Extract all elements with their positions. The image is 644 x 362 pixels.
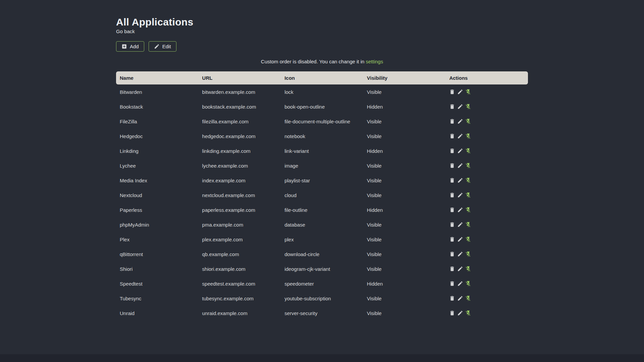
pin-off-icon[interactable] <box>465 163 471 169</box>
app-icon-cell: book-open-outline <box>281 104 363 110</box>
delete-icon[interactable] <box>449 192 455 198</box>
app-name-cell: Bookstack <box>116 104 199 110</box>
pencil-icon[interactable] <box>457 133 463 139</box>
go-back-link[interactable]: Go back <box>116 28 135 35</box>
app-visibility-cell: Hidden <box>363 104 446 110</box>
pin-off-icon[interactable] <box>465 310 471 316</box>
pin-off-icon[interactable] <box>465 207 471 213</box>
app-url-cell: plex.example.com <box>199 237 281 242</box>
pencil-icon[interactable] <box>457 148 463 154</box>
app-icon-cell: file-outline <box>281 207 363 213</box>
delete-icon[interactable] <box>449 236 455 242</box>
delete-icon[interactable] <box>449 281 455 287</box>
app-url-cell: speedtest.example.com <box>199 281 281 287</box>
delete-icon[interactable] <box>449 310 455 316</box>
delete-icon[interactable] <box>449 148 455 154</box>
pin-off-icon[interactable] <box>465 295 471 301</box>
table-row: Bitwarden bitwarden.example.com lock Vis… <box>116 84 528 99</box>
delete-icon[interactable] <box>449 118 455 124</box>
delete-icon[interactable] <box>449 251 455 257</box>
table-row: FileZilla filezilla.example.com file-doc… <box>116 114 528 129</box>
notice-text: Custom order is disabled. You can change… <box>261 59 365 64</box>
pin-off-icon[interactable] <box>465 281 471 287</box>
toolbar: Add Edit <box>116 41 528 52</box>
delete-icon[interactable] <box>449 133 455 139</box>
app-actions-cell <box>445 133 528 139</box>
delete-icon[interactable] <box>449 163 455 169</box>
pencil-icon[interactable] <box>457 281 463 287</box>
pin-off-icon[interactable] <box>465 177 471 183</box>
table-row: Linkding linkding.example.com link-varia… <box>116 143 528 158</box>
app-icon-cell: youtube-subscription <box>281 296 363 301</box>
delete-icon[interactable] <box>449 266 455 272</box>
app-name-cell: Speedtest <box>116 281 199 287</box>
pin-off-icon[interactable] <box>465 222 471 228</box>
pin-off-icon[interactable] <box>465 118 471 124</box>
pencil-icon[interactable] <box>457 266 463 272</box>
pencil-icon[interactable] <box>457 104 463 110</box>
pin-off-icon[interactable] <box>465 192 471 198</box>
app-actions-cell <box>445 295 528 301</box>
app-actions-cell <box>445 118 528 124</box>
app-icon-cell: ideogram-cjk-variant <box>281 266 363 272</box>
pencil-icon[interactable] <box>457 192 463 198</box>
pencil-icon[interactable] <box>457 177 463 183</box>
app-icon-cell: file-document-multiple-outline <box>281 119 363 124</box>
app-name-cell: Media Index <box>116 178 199 183</box>
table-row: Shiori shiori.example.com ideogram-cjk-v… <box>116 261 528 276</box>
table-row: Tubesync tubesync.example.com youtube-su… <box>116 291 528 306</box>
pencil-icon[interactable] <box>457 295 463 301</box>
pencil-icon[interactable] <box>457 236 463 242</box>
app-actions-cell <box>445 104 528 110</box>
add-button-label: Add <box>130 44 139 49</box>
pencil-icon[interactable] <box>457 163 463 169</box>
pin-off-icon[interactable] <box>465 148 471 154</box>
add-button[interactable]: Add <box>116 41 144 52</box>
delete-icon[interactable] <box>449 89 455 95</box>
custom-order-notice: Custom order is disabled. You can change… <box>116 59 528 65</box>
app-icon-cell: plex <box>281 237 363 242</box>
app-actions-cell <box>445 310 528 316</box>
app-icon-cell: speedometer <box>281 281 363 287</box>
pin-off-icon[interactable] <box>465 251 471 257</box>
edit-button-label: Edit <box>162 44 171 49</box>
pin-off-icon[interactable] <box>465 104 471 110</box>
pencil-icon[interactable] <box>457 118 463 124</box>
pencil-icon[interactable] <box>457 222 463 228</box>
app-actions-cell <box>445 192 528 198</box>
app-actions-cell <box>445 236 528 242</box>
pencil-icon[interactable] <box>457 89 463 95</box>
pencil-icon[interactable] <box>457 207 463 213</box>
app-icon-cell: image <box>281 163 363 169</box>
app-visibility-cell: Hidden <box>363 281 446 287</box>
app-name-cell: FileZilla <box>116 119 199 124</box>
plus-box-icon <box>121 44 127 49</box>
app-name-cell: Plex <box>116 237 199 242</box>
app-visibility-cell: Visible <box>363 119 446 124</box>
table-row: Hedgedoc hedgedoc.example.com notebook V… <box>116 129 528 143</box>
delete-icon[interactable] <box>449 295 455 301</box>
pin-off-icon[interactable] <box>465 89 471 95</box>
pin-off-icon[interactable] <box>465 236 471 242</box>
app-visibility-cell: Hidden <box>363 207 446 213</box>
app-visibility-cell: Visible <box>363 237 446 242</box>
settings-link[interactable]: settings <box>366 59 383 64</box>
app-visibility-cell: Hidden <box>363 148 446 154</box>
table-body: Bitwarden bitwarden.example.com lock Vis… <box>116 84 528 320</box>
app-url-cell: linkding.example.com <box>199 148 281 154</box>
delete-icon[interactable] <box>449 104 455 110</box>
app-actions-cell <box>445 148 528 154</box>
edit-button[interactable]: Edit <box>149 41 176 52</box>
pin-off-icon[interactable] <box>465 266 471 272</box>
pencil-icon[interactable] <box>457 310 463 316</box>
delete-icon[interactable] <box>449 207 455 213</box>
delete-icon[interactable] <box>449 222 455 228</box>
delete-icon[interactable] <box>449 177 455 183</box>
table-row: phpMyAdmin pma.example.com database Visi… <box>116 217 528 232</box>
table-row: qBittorrent qb.example.com download-circ… <box>116 247 528 261</box>
app-name-cell: Paperless <box>116 207 199 213</box>
pencil-icon[interactable] <box>457 251 463 257</box>
pin-off-icon[interactable] <box>465 133 471 139</box>
table-header-row: Name URL Icon Visibility Actions <box>116 71 528 84</box>
pencil-icon <box>154 44 160 49</box>
